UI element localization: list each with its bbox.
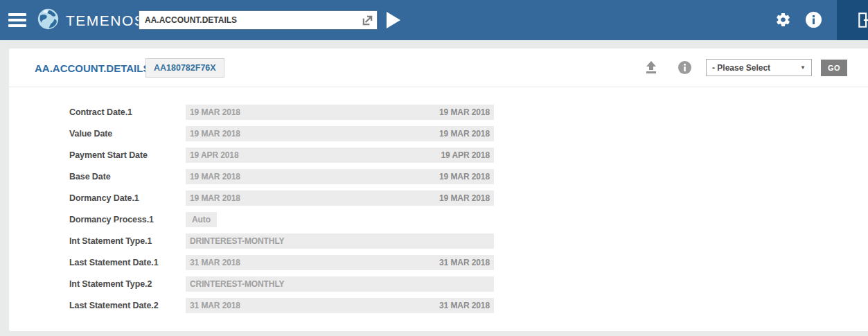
field-label: Payment Start Date <box>9 150 186 160</box>
form-row: Contract Date.1 19 MAR 2018 19 MAR 2018 <box>9 101 868 123</box>
brand-name: TEMENOS <box>66 12 145 29</box>
field-value-left: CRINTEREST-MONTHLY <box>190 279 284 289</box>
action-select[interactable]: - Please Select <box>707 60 811 76</box>
menu-bar <box>8 19 26 21</box>
field-value-box: 31 MAR 2018 31 MAR 2018 <box>186 255 494 270</box>
info-icon[interactable] <box>805 12 822 28</box>
form-row: Payment Start Date 19 APR 2018 19 APR 20… <box>9 144 868 166</box>
command-input[interactable] <box>139 11 377 29</box>
menu-bar <box>8 24 26 27</box>
form-row: Last Statement Date.2 31 MAR 2018 31 MAR… <box>9 294 868 316</box>
field-value-box: CRINTEREST-MONTHLY <box>186 276 494 292</box>
field-value-left: DRINTEREST-MONTHLY <box>190 236 284 246</box>
form-row: Value Date 19 MAR 2018 19 MAR 2018 <box>9 123 868 144</box>
field-value-right: 19 MAR 2018 <box>439 129 490 139</box>
menu-bar <box>8 13 26 16</box>
field-value-left: 19 MAR 2018 <box>190 193 240 203</box>
form-row: Base Date 19 MAR 2018 19 MAR 2018 <box>9 166 868 187</box>
globe-logo-icon <box>37 8 60 33</box>
form-row: Int Statement Type.2 CRINTEREST-MONTHLY <box>9 273 868 294</box>
field-value-left: 19 MAR 2018 <box>190 107 240 117</box>
field-value-box: 19 APR 2018 19 APR 2018 <box>186 148 494 163</box>
field-label: Int Statement Type.2 <box>9 279 186 289</box>
form-row: Dormancy Process.1 Auto <box>9 209 868 230</box>
field-value-box: 19 MAR 2018 19 MAR 2018 <box>186 126 494 141</box>
logout-icon[interactable] <box>856 11 868 29</box>
field-value-left: 19 MAR 2018 <box>190 129 240 139</box>
field-value-right: 19 APR 2018 <box>441 150 490 160</box>
gear-icon[interactable] <box>774 12 791 28</box>
page-title: AA.ACCOUNT.DETAILS <box>35 62 150 74</box>
field-value-box: 19 MAR 2018 19 MAR 2018 <box>186 169 494 184</box>
header-controls: - Please Select ▼ GO <box>644 59 847 76</box>
field-value-box: Auto <box>186 212 217 227</box>
field-value-left: 31 MAR 2018 <box>190 258 240 267</box>
field-value-left: Auto <box>192 215 211 224</box>
field-value-right: 31 MAR 2018 <box>439 258 490 267</box>
field-value-box: 31 MAR 2018 31 MAR 2018 <box>186 298 494 313</box>
field-value-left: 19 APR 2018 <box>190 150 239 160</box>
field-value-right: 19 MAR 2018 <box>439 193 490 203</box>
menu-icon[interactable] <box>8 13 26 27</box>
action-select-wrap: - Please Select ▼ <box>706 59 812 76</box>
field-label: Int Statement Type.1 <box>9 236 186 246</box>
field-label: Last Statement Date.2 <box>9 301 186 310</box>
go-button[interactable]: GO <box>821 60 847 76</box>
field-value-right: 19 MAR 2018 <box>439 172 490 182</box>
brand-logo: TEMENOS <box>37 8 145 33</box>
card-header: AA.ACCOUNT.DETAILS AA180782F76X - Please… <box>9 48 868 87</box>
record-id-badge: AA180782F76X <box>145 58 224 78</box>
goto-icon[interactable] <box>361 14 374 27</box>
form-row: Last Statement Date.1 31 MAR 2018 31 MAR… <box>9 251 868 273</box>
content-card: AA.ACCOUNT.DETAILS AA180782F76X - Please… <box>9 48 868 331</box>
field-label: Last Statement Date.1 <box>9 258 186 267</box>
upload-icon[interactable] <box>644 61 658 75</box>
field-value-right: 31 MAR 2018 <box>439 301 490 310</box>
run-icon[interactable] <box>385 11 402 29</box>
field-value-left: 19 MAR 2018 <box>190 172 240 182</box>
field-value-box: 19 MAR 2018 19 MAR 2018 <box>186 105 494 120</box>
field-label: Base Date <box>9 172 186 182</box>
logout-panel <box>837 0 868 40</box>
field-label: Dormancy Date.1 <box>9 193 186 203</box>
field-value-right: 19 MAR 2018 <box>439 107 490 117</box>
field-value-box: DRINTEREST-MONTHLY <box>186 233 494 249</box>
field-label: Contract Date.1 <box>9 107 186 117</box>
field-value-left: 31 MAR 2018 <box>190 301 240 310</box>
form-row: Dormancy Date.1 19 MAR 2018 19 MAR 2018 <box>9 187 868 209</box>
info-icon[interactable] <box>678 61 691 75</box>
form-row: Int Statement Type.1 DRINTEREST-MONTHLY <box>9 230 868 251</box>
field-value-box: 19 MAR 2018 19 MAR 2018 <box>186 191 494 206</box>
field-label: Value Date <box>9 129 186 139</box>
field-label: Dormancy Process.1 <box>9 215 186 224</box>
command-line-wrap <box>139 10 378 30</box>
top-bar: TEMENOS <box>0 0 868 40</box>
form-body: Contract Date.1 19 MAR 2018 19 MAR 2018 … <box>9 87 868 316</box>
